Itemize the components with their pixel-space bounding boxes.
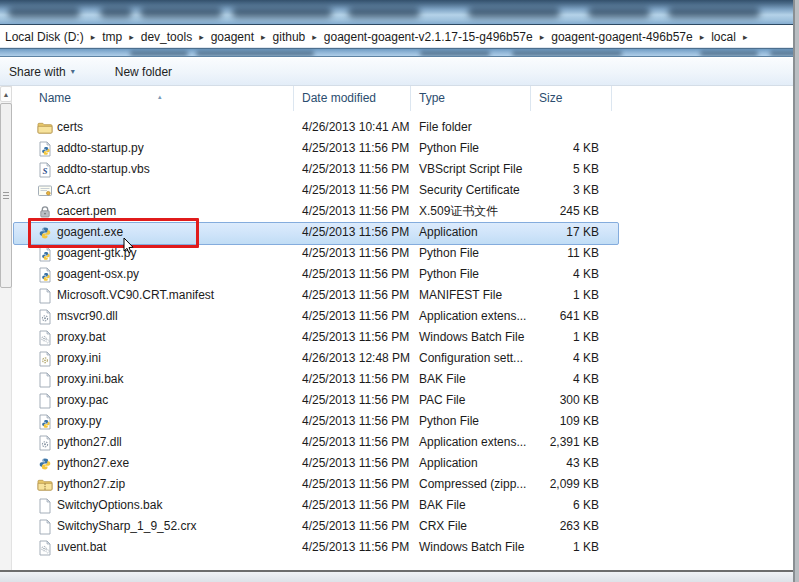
file-row[interactable]: proxy.py4/25/2013 11:56 PMPython File109…: [13, 411, 789, 432]
breadcrumb[interactable]: Local Disk (D:)▸tmp▸dev_tools▸goagent▸gi…: [0, 26, 799, 48]
file-row[interactable]: cacert.pem4/25/2013 11:56 PMX.509证书文件245…: [13, 201, 789, 222]
file-name-cell[interactable]: SwitchySharp_1_9_52.crx: [13, 516, 294, 537]
size-cell: 17 KB: [531, 222, 612, 243]
scrollbar-thumb[interactable]: [0, 103, 12, 288]
file-row[interactable]: addto-startup.py4/25/2013 11:56 PMPython…: [13, 138, 789, 159]
python-app-icon: [37, 225, 53, 241]
file-row[interactable]: python27.dll4/25/2013 11:56 PMApplicatio…: [13, 432, 789, 453]
file-name-cell[interactable]: cacert.pem: [13, 201, 294, 222]
breadcrumb-separator-icon[interactable]: ▸: [195, 32, 208, 42]
breadcrumb-separator-icon[interactable]: ▸: [257, 32, 270, 42]
file-row[interactable]: proxy.pac4/25/2013 11:56 PMPAC File300 K…: [13, 390, 789, 411]
file-row[interactable]: goagent-osx.py4/25/2013 11:56 PMPython F…: [13, 264, 789, 285]
type-cell: X.509证书文件: [411, 201, 531, 222]
blurred-text-block: [512, 51, 622, 56]
breadcrumb-separator-icon[interactable]: ▸: [696, 32, 709, 42]
breadcrumb-item-goagent-goagent-496b57e[interactable]: goagent-goagent-496b57e: [548, 30, 695, 44]
type-cell: Application: [411, 222, 531, 243]
file-name-cell[interactable]: certs: [13, 117, 294, 138]
file-row[interactable]: goagent-gtk.py4/25/2013 11:56 PMPython F…: [13, 243, 789, 264]
file-name-cell[interactable]: proxy.bat: [13, 327, 294, 348]
breadcrumb-separator-icon[interactable]: ▸: [308, 32, 321, 42]
size-cell: 11 KB: [531, 243, 612, 264]
file-name-cell[interactable]: Microsoft.VC90.CRT.manifest: [13, 285, 294, 306]
column-header-size[interactable]: Size: [531, 86, 612, 111]
file-name-label: proxy.py: [57, 411, 101, 432]
file-icon: [37, 288, 53, 304]
breadcrumb-item-goagent-goagent-v2-1-17-15-g496b57e[interactable]: goagent-goagent-v2.1.17-15-g496b57e: [321, 30, 536, 44]
breadcrumb-separator-icon[interactable]: ▸: [536, 32, 549, 42]
new-folder-button[interactable]: New folder: [107, 61, 180, 83]
size-cell: 2,391 KB: [531, 432, 612, 453]
column-header-name[interactable]: Name ▴: [13, 86, 294, 111]
size-cell: 6 KB: [531, 495, 612, 516]
date-modified-cell: 4/25/2013 11:56 PM: [294, 264, 411, 285]
file-row[interactable]: proxy.bat4/25/2013 11:56 PMWindows Batch…: [13, 327, 789, 348]
file-list: certs4/26/2013 10:41 AMFile folderaddto-…: [13, 111, 789, 558]
file-name-cell[interactable]: goagent-osx.py: [13, 264, 294, 285]
column-header-row: Name ▴ Date modified Type Size: [13, 86, 789, 111]
file-name-cell[interactable]: proxy.py: [13, 411, 294, 432]
file-row[interactable]: SwitchySharp_1_9_52.crx4/25/2013 11:56 P…: [13, 516, 789, 537]
file-name-cell[interactable]: CA.crt: [13, 180, 294, 201]
file-row-selected[interactable]: goagent.exe4/25/2013 11:56 PMApplication…: [13, 222, 789, 243]
file-row[interactable]: proxy.ini4/26/2013 12:48 PMConfiguration…: [13, 348, 789, 369]
scrollbar-up-button[interactable]: ▲: [0, 86, 12, 102]
file-name-cell[interactable]: python27.exe: [13, 453, 294, 474]
file-name-cell[interactable]: uvent.bat: [13, 537, 294, 558]
breadcrumb-item-dev-tools[interactable]: dev_tools: [138, 30, 195, 44]
file-row[interactable]: python27.exe4/25/2013 11:56 PMApplicatio…: [13, 453, 789, 474]
date-modified-cell: 4/25/2013 11:56 PM: [294, 474, 411, 495]
file-name-cell[interactable]: msvcr90.dll: [13, 306, 294, 327]
file-name-label: addto-startup.vbs: [57, 159, 150, 180]
file-name-cell[interactable]: proxy.ini.bak: [13, 369, 294, 390]
file-row[interactable]: python27.zip4/25/2013 11:56 PMCompressed…: [13, 474, 789, 495]
type-cell: MANIFEST File: [411, 285, 531, 306]
file-name-cell[interactable]: python27.zip: [13, 474, 294, 495]
breadcrumb-separator-icon[interactable]: ▸: [739, 32, 752, 42]
breadcrumb-item-tmp[interactable]: tmp: [99, 30, 125, 44]
file-row[interactable]: msvcr90.dll4/25/2013 11:56 PMApplication…: [13, 306, 789, 327]
breadcrumb-item-local[interactable]: local: [708, 30, 739, 44]
file-name-cell[interactable]: python27.dll: [13, 432, 294, 453]
share-with-button[interactable]: Share with ▾: [1, 61, 83, 83]
file-row[interactable]: CA.crt4/25/2013 11:56 PMSecurity Certifi…: [13, 180, 789, 201]
file-row[interactable]: uvent.bat4/25/2013 11:56 PMWindows Batch…: [13, 537, 789, 558]
python-app-icon: [37, 456, 53, 472]
breadcrumb-separator-icon[interactable]: ▸: [87, 32, 100, 42]
column-header-date-modified[interactable]: Date modified: [294, 86, 411, 111]
navpane-scrollbar[interactable]: ▲: [0, 86, 12, 571]
file-name-label: goagent-osx.py: [57, 264, 139, 285]
date-modified-cell: 4/25/2013 11:56 PM: [294, 411, 411, 432]
breadcrumb-separator-icon[interactable]: ▸: [125, 32, 138, 42]
breadcrumb-item-github[interactable]: github: [270, 30, 309, 44]
size-cell: [531, 117, 612, 138]
column-header-type[interactable]: Type: [411, 86, 531, 111]
column-header-filler: [612, 86, 789, 111]
file-row[interactable]: Microsoft.VC90.CRT.manifest4/25/2013 11:…: [13, 285, 789, 306]
file-name-cell[interactable]: proxy.ini: [13, 348, 294, 369]
file-name-cell[interactable]: proxy.pac: [13, 390, 294, 411]
breadcrumb-item-local-disk-d[interactable]: Local Disk (D:): [2, 30, 87, 44]
file-row[interactable]: Saddto-startup.vbs4/25/2013 11:56 PMVBSc…: [13, 159, 789, 180]
size-cell: 245 KB: [531, 201, 612, 222]
file-name-label: addto-startup.py: [57, 138, 144, 159]
file-name-cell[interactable]: addto-startup.py: [13, 138, 294, 159]
file-name-cell[interactable]: goagent-gtk.py: [13, 243, 294, 264]
breadcrumb-item-goagent[interactable]: goagent: [208, 30, 257, 44]
file-name-label: SwitchyOptions.bak: [57, 495, 162, 516]
column-header-type-label: Type: [419, 91, 445, 105]
file-row[interactable]: certs4/26/2013 10:41 AMFile folder: [13, 117, 789, 138]
file-row[interactable]: proxy.ini.bak4/25/2013 11:56 PMBAK File4…: [13, 369, 789, 390]
file-name-cell[interactable]: Saddto-startup.vbs: [13, 159, 294, 180]
file-row[interactable]: SwitchyOptions.bak4/25/2013 11:56 PMBAK …: [13, 495, 789, 516]
file-name-label: proxy.pac: [57, 390, 108, 411]
share-with-label: Share with: [9, 65, 66, 79]
python-file-icon: [37, 141, 53, 157]
file-name-cell[interactable]: goagent.exe: [13, 222, 294, 243]
type-cell: Security Certificate: [411, 180, 531, 201]
file-name-cell[interactable]: SwitchyOptions.bak: [13, 495, 294, 516]
blurred-menu-strip: [0, 48, 799, 57]
size-cell: 300 KB: [531, 390, 612, 411]
ini-icon: [37, 351, 53, 367]
